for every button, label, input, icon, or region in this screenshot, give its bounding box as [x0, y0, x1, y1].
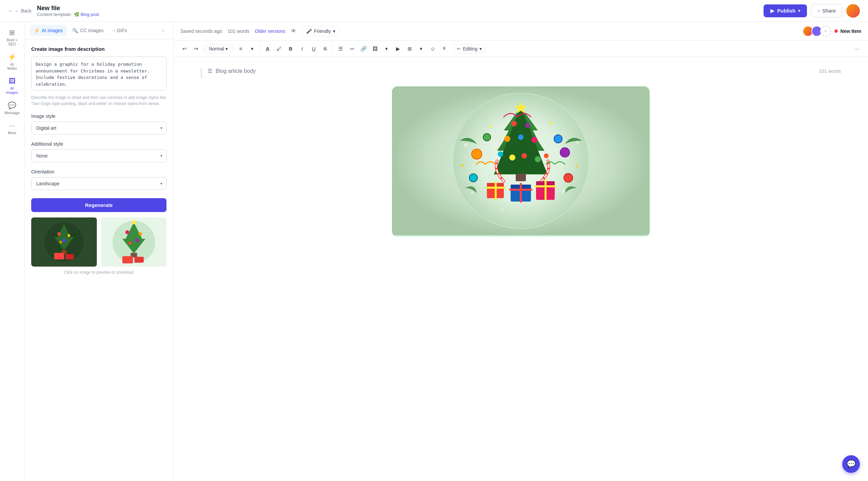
editing-label: Editing	[463, 46, 477, 51]
table-chevron-button[interactable]: ▾	[416, 43, 427, 54]
saved-status: Saved seconds ago	[180, 28, 222, 34]
emoji-button[interactable]: ☺	[427, 43, 438, 54]
italic-button[interactable]: I	[297, 43, 308, 54]
editor-content[interactable]: ☰ Blog article body 101 words	[174, 57, 868, 481]
redo-button[interactable]: ↪	[191, 43, 201, 54]
orientation-select[interactable]: Landscape Portrait Square	[31, 177, 166, 190]
additional-style-select[interactable]: None Vintage Minimalist Bold Neon	[31, 149, 166, 162]
image-style-select[interactable]: Digital art Realistic Cartoon Watercolor…	[31, 122, 166, 134]
strikethrough-button[interactable]: S	[320, 43, 331, 54]
older-versions-link[interactable]: Older versions	[255, 28, 285, 34]
image-insert-button[interactable]: 🖼	[370, 43, 380, 54]
ai-images-tab-label: AI images	[42, 28, 63, 33]
format-chevron-icon: ▾	[225, 46, 228, 51]
svg-text:❄: ❄	[470, 190, 474, 196]
svg-point-4	[67, 234, 70, 237]
file-subtitle: Content template: 🌿 Blog post	[37, 12, 99, 17]
svg-text:❄: ❄	[561, 188, 566, 194]
publish-chevron-icon: ▾	[798, 8, 800, 13]
additional-style-select-wrapper: None Vintage Minimalist Bold Neon ▾	[31, 149, 166, 162]
publish-button[interactable]: ▶ Publish ▾	[764, 4, 807, 17]
text-color-button[interactable]: A	[262, 43, 273, 54]
svg-text:✦: ✦	[575, 163, 579, 169]
user-avatar[interactable]	[846, 4, 860, 18]
chat-fab-button[interactable]: 💬	[842, 455, 860, 473]
format-select[interactable]: Normal ▾	[206, 44, 231, 53]
share-button[interactable]: ↑ Share	[811, 4, 842, 17]
clear-format-button[interactable]: T	[439, 43, 450, 54]
toolbar-divider-2	[233, 45, 233, 53]
red-dot-icon	[834, 29, 838, 33]
file-info: New file Content template: 🌿 Blog post	[37, 5, 99, 17]
bullet-list-button[interactable]: ☰	[335, 43, 346, 54]
bold-button[interactable]: B	[285, 43, 296, 54]
tab-gifs[interactable]: ▫ GIFs	[109, 25, 131, 36]
image-thumbnail-2[interactable]	[101, 217, 167, 267]
link-button[interactable]: 🔗	[358, 43, 369, 54]
sidebar-item-ai-images[interactable]: 🖼 AI Images	[1, 75, 23, 97]
svg-point-33	[531, 137, 537, 143]
create-image-title: Create image from description	[31, 46, 166, 52]
template-link[interactable]: 🌿 Blog post	[74, 12, 99, 17]
ai-images-panel: ⚡ AI images 🔍 CC images ▫ GIFs ‹ Create …	[24, 22, 174, 481]
sidebar-item-message[interactable]: 💬 Message	[1, 99, 23, 118]
tone-selector[interactable]: 🎤 Friendly ▾	[302, 26, 340, 36]
svg-rect-50	[535, 185, 556, 187]
image-style-group: Image style Digital art Realistic Cartoo…	[31, 113, 166, 134]
image-prompt-input[interactable]: Design a graphic for a holiday promotion…	[31, 57, 166, 90]
svg-rect-42	[486, 187, 505, 189]
play-button[interactable]: ▶	[393, 43, 403, 54]
generated-images-grid	[31, 217, 166, 267]
article-image[interactable]: ❄ ❄ ❄ ❄ ❄ ✦ ✦ ✦ ✦	[392, 86, 650, 237]
svg-point-17	[132, 221, 136, 225]
table-button[interactable]: ⊞	[404, 43, 415, 54]
regenerate-button[interactable]: Regenerate	[31, 198, 166, 212]
image-chevron-button[interactable]: ▾	[381, 43, 392, 54]
gifs-tab-label: GIFs	[117, 28, 127, 33]
article-section-icon: ☰	[208, 68, 212, 74]
tone-label: Friendly	[314, 28, 331, 34]
svg-point-37	[535, 156, 541, 162]
panel-tabs: ⚡ AI images 🔍 CC images ▫ GIFs ‹	[24, 22, 173, 39]
svg-point-36	[521, 153, 527, 159]
tab-cc-images[interactable]: 🔍 CC images	[68, 25, 107, 36]
tab-ai-images[interactable]: ⚡ AI images	[30, 25, 67, 36]
svg-text:✦: ✦	[489, 124, 493, 130]
highlight-button[interactable]: 🖊	[274, 43, 284, 54]
svg-point-5	[62, 239, 66, 242]
sidebar-item-ai-writer[interactable]: ⚡ AI Writer	[1, 50, 23, 73]
sidebar-item-label: More	[8, 131, 16, 135]
svg-point-38	[544, 153, 549, 158]
align-button[interactable]: ≡	[235, 43, 246, 54]
top-nav-right: ▶ Publish ▾ ↑ Share	[764, 4, 860, 18]
more-toolbar-button[interactable]: ···	[852, 43, 863, 54]
panel-collapse-button[interactable]: ‹	[158, 26, 168, 35]
sidebar-item-brief-seo[interactable]: ⊞ Brief + SEO	[1, 26, 23, 49]
ai-images-icon: 🖼	[9, 77, 16, 85]
chat-icon: 💬	[847, 460, 856, 468]
svg-rect-27	[516, 174, 526, 181]
eye-icon[interactable]: 👁	[291, 28, 296, 34]
top-navigation: ← ← Back New file Content template: 🌿 Bl…	[0, 0, 868, 22]
editing-mode-selector[interactable]: ✏ Editing ▾	[453, 44, 486, 53]
back-button[interactable]: ← ← Back	[8, 8, 32, 14]
sidebar-item-more[interactable]: ··· More	[1, 119, 23, 138]
file-title: New file	[37, 5, 99, 12]
numbered-list-button[interactable]: ≔	[347, 43, 357, 54]
underline-button[interactable]: U	[308, 43, 319, 54]
svg-point-32	[518, 134, 524, 140]
new-item-label: New Item	[841, 28, 861, 34]
article-section-label: Blog article body	[216, 68, 256, 74]
image-style-select-wrapper: Digital art Realistic Cartoon Watercolor…	[31, 122, 166, 134]
share-label: Share	[822, 8, 836, 14]
undo-button[interactable]: ↩	[179, 43, 190, 54]
svg-rect-41	[495, 181, 497, 200]
svg-rect-9	[65, 254, 74, 259]
publish-label: Publish	[777, 8, 795, 14]
toolbar-divider-3	[260, 45, 260, 53]
user-avatar-add[interactable]: +	[820, 26, 831, 37]
image-thumbnail-1[interactable]	[31, 217, 97, 267]
align-chevron-button[interactable]: ▾	[247, 43, 258, 54]
svg-point-56	[554, 135, 562, 143]
svg-point-16	[128, 242, 132, 245]
